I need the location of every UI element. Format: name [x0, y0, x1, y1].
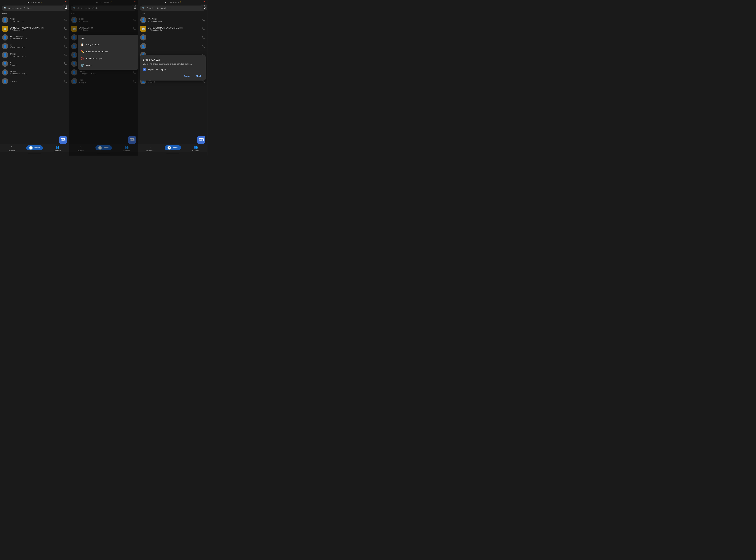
search-bar-3[interactable]: 🔍 Search contacts & places 🎤 3	[140, 5, 206, 11]
call-number-1-4: 0(	[10, 44, 62, 46]
call-info-1-1: 7 HD ↙ Philippines • Fri	[10, 18, 62, 22]
context-menu-overlay-2[interactable]	[69, 0, 138, 156]
call-item-3-1[interactable]: 👤 5147HD ↙ Philippines • Fri 📞	[138, 16, 207, 24]
cancel-button[interactable]: Cancel	[182, 74, 192, 78]
hd-badge-1-5: HD	[12, 53, 16, 55]
call-number-1-3: +1 02 HD	[10, 35, 62, 38]
hd-badge-1-3: HD	[19, 36, 22, 37]
call-meta-1-8: ↗ May 6	[10, 80, 62, 82]
nav-recents-3[interactable]: 🕐 Recents	[161, 145, 184, 152]
call-item-3-3[interactable]: 👤 📞	[138, 33, 207, 42]
call-number-1-2: EC HEALTH MEDICAL CLINIC... HD	[10, 26, 62, 29]
recents-pill-1: 🕐 Recents	[26, 145, 43, 150]
block-dialog-checkbox-row[interactable]: ✓ Report call as spam	[143, 68, 203, 71]
status-icons-3: ▲ ● ✓ ▲ in M ⊞ ⑦⑨ ⚡	[165, 1, 181, 3]
call-phone-icon-3-3[interactable]: 📞	[202, 36, 205, 39]
block-dialog-3: Block +17 02? You will no longer receive…	[140, 55, 206, 81]
block-dialog-buttons: Cancel Block	[143, 74, 203, 78]
call-phone-icon-1-3[interactable]: 📞	[64, 36, 67, 39]
avatar-1-2: 🏢	[2, 26, 8, 32]
nav-favorites-3[interactable]: ☆ Favorites	[138, 145, 161, 152]
block-button[interactable]: Block	[195, 74, 203, 78]
call-phone-icon-1-4[interactable]: 📞	[64, 45, 67, 48]
avatar-3-3: 👤	[140, 34, 146, 41]
context-copy-number[interactable]: 📋 Copy number	[78, 41, 138, 48]
call-item-3-4[interactable]: 👤 📞	[138, 42, 207, 51]
bottom-nav-3: ☆ Favorites 🕐 Recents 👥 Contacts	[138, 144, 207, 152]
nav-contacts-1[interactable]: 👥 Contacts	[46, 145, 69, 152]
call-phone-icon-1-1[interactable]: 📞	[64, 18, 67, 22]
location-icon-3: 📍	[203, 1, 205, 3]
call-arrow-1-2: ↗	[10, 29, 11, 31]
call-phone-icon-1-7[interactable]: 📞	[64, 71, 67, 74]
dialpad-fab-3[interactable]: ⌨	[197, 136, 205, 144]
spam-checkbox[interactable]: ✓	[143, 68, 146, 71]
call-phone-icon-1-5[interactable]: 📞	[64, 54, 67, 57]
contacts-icon-3: 👥	[194, 145, 198, 149]
call-item-1-7[interactable]: 👤 11 HD ↗ Philippines • May 6 📞	[0, 68, 69, 77]
search-bar-1[interactable]: 🔍 Search contacts & places 🎤 1	[2, 5, 67, 11]
home-bar-1	[28, 154, 41, 154]
call-meta-1-6: ↗ May 6	[10, 64, 62, 66]
call-arrow-1-6: ↗	[10, 64, 11, 66]
context-delete[interactable]: 🗑️ Delete	[78, 62, 138, 69]
call-phone-icon-1-8[interactable]: 📞	[64, 80, 67, 83]
section-older-1: Older	[0, 12, 69, 16]
location-icon-1: 📍	[65, 1, 67, 3]
favorites-label-3: Favorites	[146, 150, 154, 152]
dialpad-fab-1[interactable]: ⌨	[59, 136, 67, 144]
hd-badge-1-2: HD	[41, 27, 44, 29]
avatar-1-7: 👤	[2, 69, 8, 76]
panel-badge-3: 3	[201, 4, 207, 10]
call-number-1-5: 0( HD	[10, 53, 62, 55]
call-info-1-7: 11 HD ↗ Philippines • May 6	[10, 70, 62, 75]
call-number-1-6: 7	[10, 62, 62, 64]
search-placeholder-1[interactable]: Search contacts & places	[8, 7, 61, 9]
call-item-1-3[interactable]: 👤 +1 02 HD ↗ Edmonton, AB • Fri 📞	[0, 33, 69, 42]
call-item-1-6[interactable]: 👤 7 ↗ May 6 📞	[0, 59, 69, 68]
edit-icon: ✏️	[81, 50, 84, 53]
call-phone-icon-3-4[interactable]: 📞	[202, 45, 205, 48]
context-edit-number[interactable]: ✏️ Edit number before call	[78, 48, 138, 55]
call-list-1: 👤 7 HD ↙ Philippines • Fri 📞 🏢 EC HEALTH…	[0, 16, 69, 144]
avatar-3-2: 🏢	[140, 26, 146, 32]
avatar-1-1: 👤	[2, 17, 8, 23]
favorites-icon-1: ☆	[10, 145, 13, 149]
avatar-3-1: 👤	[140, 17, 146, 23]
block-label: Block/report spam	[86, 57, 103, 60]
contacts-label-3: Contacts	[192, 150, 199, 152]
call-phone-icon-3-1[interactable]: 📞	[202, 18, 205, 22]
panel-2: ▲ ● ✓ ▲ in M ⊞ ⑦⑨ ⚡ 📍 🔍 Search contacts …	[69, 0, 138, 156]
contacts-icon-1: 👥	[55, 145, 59, 149]
recents-icon-3: 🕐	[167, 146, 171, 150]
copy-label: Copy number	[86, 43, 99, 46]
call-info-1-8: ↗ May 6	[10, 80, 62, 82]
call-phone-icon-3-2[interactable]: 📞	[202, 27, 205, 30]
call-item-1-2[interactable]: 🏢 EC HEALTH MEDICAL CLINIC... HD ↗ Phili…	[0, 24, 69, 33]
section-older-3: Older	[138, 12, 207, 16]
call-item-3-2[interactable]: 🏢 EC HEALTH MEDICAL CLINIC...HD ↗ Philip…	[138, 24, 207, 33]
status-icons-1: ▲ ● ✓ ▲ in M ⊞ ⑦⑨ ⚡	[26, 1, 43, 3]
call-item-1-4[interactable]: 👤 0( ↙ Philippines • Thu 📞	[0, 42, 69, 51]
call-info-1-2: EC HEALTH MEDICAL CLINIC... HD ↗ Philipp…	[10, 26, 62, 31]
nav-contacts-3[interactable]: 👥 Contacts	[184, 145, 207, 152]
avatar-1-5: 👤	[2, 52, 8, 58]
search-placeholder-3[interactable]: Search contacts & places	[146, 7, 199, 9]
call-phone-icon-1-2[interactable]: 📞	[64, 27, 67, 30]
status-bar-3: ▲ ● ✓ ▲ in M ⊞ ⑦⑨ ⚡ 📍	[138, 0, 207, 4]
status-bar-1: ▲ ● ✓ ▲ in M ⊞ ⑦⑨ ⚡ 📍	[0, 0, 69, 4]
call-info-1-3: +1 02 HD ↗ Edmonton, AB • Fri	[10, 35, 62, 40]
call-item-1-5[interactable]: 👤 0( HD ↗ Philippines • Wed 📞	[0, 51, 69, 59]
nav-recents-1[interactable]: 🕐 Recents	[23, 145, 46, 152]
nav-favorites-1[interactable]: ☆ Favorites	[0, 145, 23, 152]
home-indicator-1	[0, 152, 69, 156]
call-item-1-8[interactable]: 👤 ↗ May 6 📞	[0, 77, 69, 85]
call-item-1-1[interactable]: 👤 7 HD ↙ Philippines • Fri 📞	[0, 16, 69, 24]
delete-label: Delete	[86, 64, 92, 67]
favorites-label-1: Favorites	[8, 150, 15, 152]
call-meta-3-8: ↗ May 6	[148, 81, 200, 83]
hd-badge-1-7: HD	[13, 71, 16, 73]
call-phone-icon-1-6[interactable]: 📞	[64, 62, 67, 65]
panel-1: ▲ ● ✓ ▲ in M ⊞ ⑦⑨ ⚡ 📍 🔍 Search contacts …	[0, 0, 69, 156]
context-block-spam[interactable]: 🚫 Block/report spam	[78, 55, 138, 62]
